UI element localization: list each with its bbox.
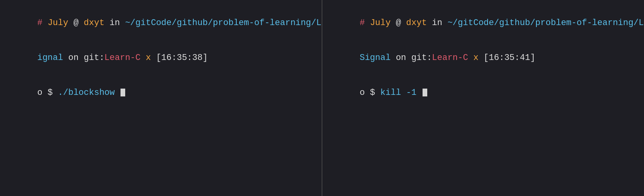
dollar-left: $ xyxy=(42,88,58,98)
command-left: ./blockshow xyxy=(58,88,115,98)
hostname-right: dxyt xyxy=(406,18,427,28)
on-right: on xyxy=(390,53,411,63)
hostname-left: dxyt xyxy=(84,18,104,28)
command-line-right[interactable]: o $ kill -1 xyxy=(329,75,638,110)
month-right: July xyxy=(370,18,391,28)
hash-left: # xyxy=(37,18,47,28)
x-left: x xyxy=(140,53,156,63)
at-right: @ xyxy=(390,18,406,28)
month-left: July xyxy=(48,18,68,28)
command-line-left[interactable]: o $ ./blockshow xyxy=(6,75,315,110)
dollar-right: $ xyxy=(365,88,380,98)
branch-left: Learn-C xyxy=(104,53,140,63)
terminal-pane-right[interactable]: # July @ dxyt in ~/gitCode/github/proble… xyxy=(322,0,644,196)
path-right: ~/gitCode/github/problem-of-learning/Lin… xyxy=(448,18,644,28)
prompt-line2-right: Signal on git:Learn-C x [16:35:41] xyxy=(329,40,638,75)
prompt-line2-left: ignal on git:Learn-C x [16:35:38] xyxy=(6,40,315,75)
at-left: @ xyxy=(68,18,84,28)
git-label-right: git: xyxy=(411,53,432,63)
path-left: ~/gitCode/github/problem-of-learning/Lin… xyxy=(125,18,322,28)
in-left: in xyxy=(104,18,125,28)
prompt-line1-right: # July @ dxyt in ~/gitCode/github/proble… xyxy=(329,5,638,40)
timestamp-left: [16:35:38] xyxy=(156,53,208,63)
path2-left: ignal xyxy=(37,53,63,63)
circle-left: o xyxy=(37,88,42,98)
prompt-line1-left: # July @ dxyt in ~/gitCode/github/proble… xyxy=(6,5,315,40)
cursor-right xyxy=(423,89,427,96)
x-right: x xyxy=(468,53,484,63)
timestamp-right: [16:35:41] xyxy=(484,53,535,63)
terminal-pane-left[interactable]: # July @ dxyt in ~/gitCode/github/proble… xyxy=(0,0,322,196)
terminal-container: # July @ dxyt in ~/gitCode/github/proble… xyxy=(0,0,644,196)
hash-right: # xyxy=(360,18,370,28)
on-left: on xyxy=(63,53,84,63)
circle-right: o xyxy=(360,88,365,98)
command-right: kill -1 xyxy=(380,88,416,98)
cursor-left xyxy=(121,89,125,96)
git-label-left: git: xyxy=(84,53,104,63)
in-right: in xyxy=(427,18,448,28)
branch-right: Learn-C xyxy=(432,53,468,63)
path2-right: Signal xyxy=(360,53,390,63)
